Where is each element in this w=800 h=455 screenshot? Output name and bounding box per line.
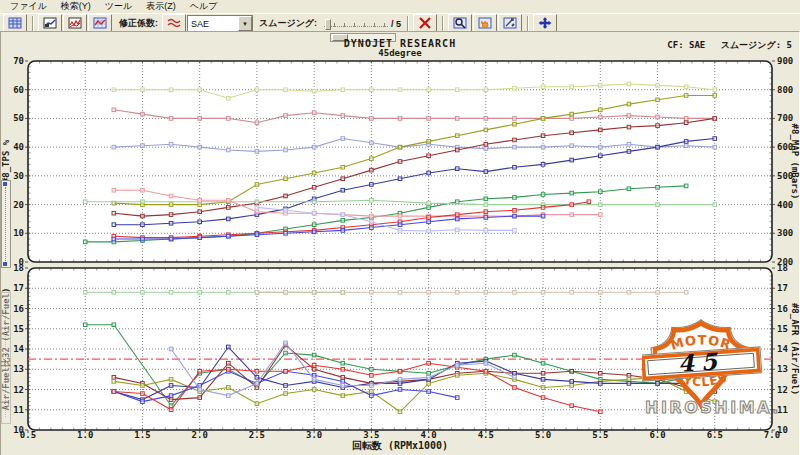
correction-select[interactable]: SAE ▼ xyxy=(187,15,253,32)
menu-file[interactable]: ファイル xyxy=(3,0,54,13)
left-scale-slider-bottom[interactable] xyxy=(1,292,11,424)
correction-factor-label: 修正係数: xyxy=(119,17,158,30)
toolbar: 修正係数: SAE ▼ スムージング: / 5 xyxy=(0,13,800,33)
menu-view[interactable]: 表示(Z) xyxy=(139,0,183,13)
hand-icon xyxy=(478,17,492,31)
toolbar-separator xyxy=(32,16,34,31)
svg-text:17: 17 xyxy=(13,283,24,293)
correction-curve-icon xyxy=(167,17,181,31)
svg-text:20: 20 xyxy=(13,200,24,210)
logo-45-text: 45 xyxy=(677,347,725,377)
menu-search[interactable]: 検索(Y) xyxy=(54,0,98,13)
graph-compare-icon xyxy=(93,17,107,31)
correction-selected-value: SAE xyxy=(188,19,209,29)
motor-cycles-45-logo: MOTOR CYCLES 45 HIROSHIMA. xyxy=(642,318,800,418)
svg-text:800: 800 xyxy=(777,85,793,95)
slider-end-dot[interactable] xyxy=(3,182,7,186)
svg-text:回転数 (RPMx1000): 回転数 (RPMx1000) xyxy=(352,440,448,451)
svg-text:400: 400 xyxy=(777,200,793,210)
smoothing-slider-thumb[interactable] xyxy=(325,19,331,30)
close-icon xyxy=(418,17,432,31)
svg-text:11: 11 xyxy=(13,405,24,415)
menu-bar: ファイル 検索(Y) ツール 表示(Z) ヘルプ xyxy=(0,0,800,13)
logo-hiroshima-text: HIROSHIMA. xyxy=(645,398,781,417)
svg-text:18: 18 xyxy=(13,263,24,273)
svg-text:60: 60 xyxy=(13,85,24,95)
svg-text:17: 17 xyxy=(777,283,788,293)
svg-text:40: 40 xyxy=(13,142,24,152)
svg-text:10: 10 xyxy=(13,228,24,238)
graph-single-icon xyxy=(43,17,57,31)
smoothing-slider[interactable] xyxy=(324,17,388,30)
svg-text:16: 16 xyxy=(13,304,24,314)
svg-text:18: 18 xyxy=(777,263,788,273)
svg-text:14: 14 xyxy=(13,344,24,354)
svg-text:15: 15 xyxy=(13,324,24,334)
svg-text:#8_TPS %: #8_TPS % xyxy=(1,139,11,183)
svg-text:13: 13 xyxy=(13,364,24,374)
svg-text:300: 300 xyxy=(777,228,793,238)
toolbar-separator xyxy=(442,16,444,31)
menu-help[interactable]: ヘルプ xyxy=(183,0,225,13)
bar-and-shield-icon: MOTOR CYCLES 45 xyxy=(642,320,762,409)
left-scale-slider-top[interactable] xyxy=(1,180,11,268)
svg-text:900: 900 xyxy=(777,56,793,66)
svg-text:#8_MAP (mBars): #8_MAP (mBars) xyxy=(790,124,800,200)
table-icon xyxy=(8,17,22,31)
svg-text:30: 30 xyxy=(13,171,24,181)
dyno-app-window: ファイル 検索(Y) ツール 表示(Z) ヘルプ 修正係数: xyxy=(0,0,800,455)
svg-text:70: 70 xyxy=(13,56,24,66)
svg-text:12: 12 xyxy=(13,385,24,395)
toolbar-separator xyxy=(527,16,529,31)
smoothing-label: スムージング: xyxy=(259,17,317,30)
svg-text:16: 16 xyxy=(777,304,788,314)
graph-multi-icon xyxy=(68,17,82,31)
tools-icon xyxy=(503,17,517,31)
svg-text:50: 50 xyxy=(13,113,24,123)
toolbar-separator xyxy=(407,16,409,31)
chevron-down-icon[interactable]: ▼ xyxy=(238,16,252,31)
svg-text:700: 700 xyxy=(777,113,793,123)
menu-tools[interactable]: ツール xyxy=(98,0,139,13)
magnifier-icon xyxy=(453,17,467,31)
smoothing-value: / 5 xyxy=(391,19,401,29)
slider-end-dot[interactable] xyxy=(3,262,7,266)
move-arrows-icon xyxy=(538,17,552,31)
